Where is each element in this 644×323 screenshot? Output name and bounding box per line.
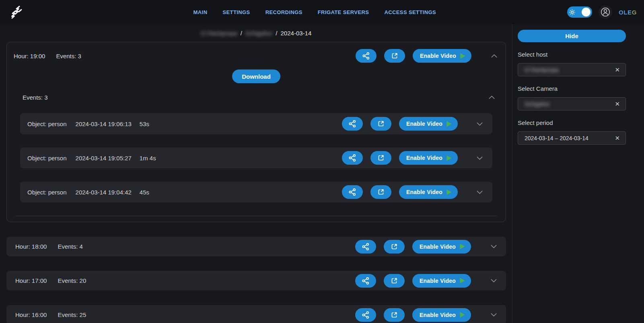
open-external-button[interactable] bbox=[370, 185, 391, 199]
enable-video-button[interactable]: Enable Video bbox=[413, 49, 471, 63]
main-nav: MAIN SETTINGS RECORDINGS FRIGATE SERVERS… bbox=[193, 0, 436, 24]
breadcrumb-host-redacted[interactable]: Cl Rackpropa bbox=[201, 30, 237, 37]
toggle-knob bbox=[582, 8, 591, 16]
enable-video-label: Enable Video bbox=[420, 53, 456, 59]
top-bar: MAIN SETTINGS RECORDINGS FRIGATE SERVERS… bbox=[0, 0, 644, 24]
breadcrumb-camera-redacted[interactable]: Schigahor bbox=[245, 30, 273, 37]
clear-period-icon[interactable]: ✕ bbox=[614, 134, 621, 142]
breadcrumb-separator: / bbox=[276, 30, 277, 37]
enable-video-label: Enable Video bbox=[420, 243, 456, 250]
topbar-right: OLEG bbox=[567, 5, 637, 19]
collapse-hour-chevron-up[interactable] bbox=[490, 53, 499, 59]
filter-sidebar: Hide Select host Cl Rackpropa ✕ Select C… bbox=[512, 24, 644, 323]
event-object-label: Object: person bbox=[27, 155, 67, 162]
breadcrumb-separator: / bbox=[241, 30, 242, 37]
event-datetime: 2024-03-14 19:06:13 bbox=[76, 121, 132, 127]
play-icon bbox=[446, 155, 452, 162]
enable-video-button[interactable]: Enable Video bbox=[399, 117, 458, 131]
play-icon bbox=[460, 53, 466, 59]
enable-video-label: Enable Video bbox=[406, 189, 442, 195]
enable-video-button[interactable]: Enable Video bbox=[412, 240, 471, 253]
nav-access-settings[interactable]: ACCESS SETTINGS bbox=[384, 9, 436, 15]
share-button[interactable] bbox=[342, 117, 363, 131]
enable-video-label: Enable Video bbox=[420, 312, 456, 318]
play-icon bbox=[446, 121, 452, 127]
hide-sidebar-button[interactable]: Hide bbox=[518, 30, 626, 42]
open-external-button[interactable] bbox=[384, 274, 405, 288]
nav-recordings[interactable]: RECORDINGS bbox=[265, 9, 302, 15]
camera-value-redacted: Schigahor bbox=[525, 101, 550, 107]
host-value-redacted: Cl Rackpropa bbox=[525, 67, 559, 73]
open-external-button[interactable] bbox=[370, 117, 391, 131]
enable-video-button[interactable]: Enable Video bbox=[412, 274, 471, 288]
hour-card-17[interactable]: Hour: 17:00 Events: 20 Enable Video bbox=[6, 271, 506, 290]
events-section-label: Events: 3 bbox=[23, 94, 48, 101]
clear-camera-icon[interactable]: ✕ bbox=[614, 100, 621, 108]
event-duration: 1m 4s bbox=[140, 155, 156, 162]
share-button[interactable] bbox=[355, 240, 376, 253]
clear-host-icon[interactable]: ✕ bbox=[614, 66, 621, 74]
events-count-label: Events: 4 bbox=[58, 243, 83, 250]
open-external-button[interactable] bbox=[370, 151, 391, 165]
hour-label: Hour: 19:00 bbox=[14, 53, 45, 59]
nav-frigate-servers[interactable]: FRIGATE SERVERS bbox=[318, 9, 369, 15]
event-row[interactable]: Object: person 2024-03-14 19:04:42 45s E… bbox=[20, 182, 492, 202]
card-divider bbox=[16, 216, 497, 216]
camera-select[interactable]: Schigahor ✕ bbox=[518, 97, 626, 110]
hour-card-18[interactable]: Hour: 18:00 Events: 4 Enable Video bbox=[6, 237, 506, 256]
enable-video-button[interactable]: Enable Video bbox=[399, 185, 458, 199]
expand-event-chevron-down[interactable] bbox=[475, 189, 484, 196]
enable-video-button[interactable]: Enable Video bbox=[399, 151, 458, 165]
breadcrumb-date: 2024-03-14 bbox=[281, 30, 312, 37]
hour-19-header[interactable]: Hour: 19:00 Events: 3 bbox=[14, 48, 499, 64]
play-icon bbox=[459, 277, 465, 284]
expand-hour-chevron-down[interactable] bbox=[489, 243, 498, 250]
theme-toggle[interactable] bbox=[567, 6, 592, 18]
share-button[interactable] bbox=[355, 274, 376, 288]
nav-settings[interactable]: SETTINGS bbox=[222, 9, 250, 15]
enable-video-label: Enable Video bbox=[420, 278, 456, 284]
period-value: 2024-03-14 – 2024-03-14 bbox=[525, 135, 588, 141]
play-icon bbox=[459, 311, 465, 318]
share-button[interactable] bbox=[342, 185, 363, 199]
expand-hour-chevron-down[interactable] bbox=[489, 311, 498, 318]
open-external-button[interactable] bbox=[384, 49, 405, 63]
hour-label: Hour: 16:00 bbox=[15, 311, 47, 318]
event-datetime: 2024-03-14 19:04:42 bbox=[76, 189, 132, 196]
event-object-label: Object: person bbox=[27, 189, 67, 196]
open-external-button[interactable] bbox=[384, 240, 405, 253]
hour-card-16[interactable]: Hour: 16:00 Events: 25 Enable Video bbox=[6, 305, 506, 323]
user-avatar[interactable] bbox=[599, 5, 612, 19]
enable-video-label: Enable Video bbox=[406, 121, 442, 127]
event-row[interactable]: Object: person 2024-03-14 19:05:27 1m 4s… bbox=[20, 147, 492, 168]
event-object-label: Object: person bbox=[27, 121, 67, 127]
expand-event-chevron-down[interactable] bbox=[475, 155, 484, 162]
period-select[interactable]: 2024-03-14 – 2024-03-14 ✕ bbox=[518, 131, 626, 145]
frigate-logo-icon bbox=[7, 3, 26, 21]
sun-icon bbox=[569, 9, 576, 16]
expand-event-chevron-down[interactable] bbox=[475, 121, 484, 127]
hour-label: Hour: 17:00 bbox=[15, 277, 47, 284]
host-select[interactable]: Cl Rackpropa ✕ bbox=[518, 63, 626, 76]
share-button[interactable] bbox=[356, 49, 377, 63]
breadcrumb: Cl Rackpropa / Schigahor / 2024-03-14 bbox=[0, 24, 512, 42]
events-count-label: Events: 25 bbox=[58, 311, 86, 318]
events-count-label: Events: 20 bbox=[58, 277, 86, 284]
enable-video-button[interactable]: Enable Video bbox=[412, 308, 471, 322]
collapse-events-chevron-up[interactable] bbox=[487, 94, 496, 101]
main-panel: Cl Rackpropa / Schigahor / 2024-03-14 Ho… bbox=[0, 24, 512, 323]
share-button[interactable] bbox=[342, 151, 363, 165]
hour-card-19-expanded: Hour: 19:00 Events: 3 bbox=[6, 42, 506, 222]
play-icon bbox=[459, 243, 465, 250]
open-external-button[interactable] bbox=[384, 308, 405, 322]
select-camera-label: Select Camera bbox=[518, 85, 626, 92]
share-button[interactable] bbox=[355, 308, 376, 322]
expand-hour-chevron-down[interactable] bbox=[489, 277, 498, 284]
nav-main[interactable]: MAIN bbox=[193, 9, 208, 15]
select-period-label: Select period bbox=[518, 119, 626, 126]
download-button[interactable]: Download bbox=[232, 70, 280, 83]
enable-video-label: Enable Video bbox=[406, 155, 442, 161]
events-section-header[interactable]: Events: 3 bbox=[23, 91, 496, 103]
play-icon bbox=[446, 189, 452, 196]
event-row[interactable]: Object: person 2024-03-14 19:06:13 53s E… bbox=[20, 113, 492, 134]
